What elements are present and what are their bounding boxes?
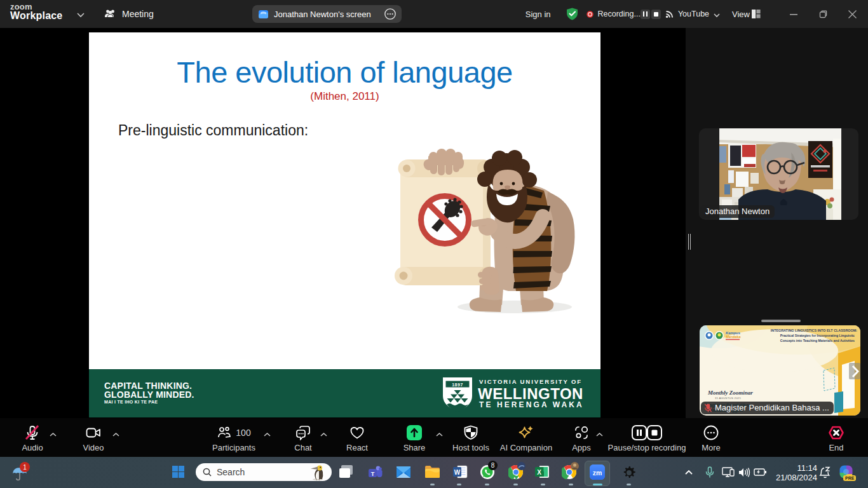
svg-text:Kampus: Kampus	[726, 331, 741, 335]
svg-text:T: T	[371, 471, 375, 477]
svg-text:X: X	[537, 469, 541, 476]
svg-text:W: W	[454, 469, 461, 476]
svg-text:1897: 1897	[452, 383, 463, 387]
svg-text:zm: zm	[593, 469, 602, 477]
svg-text:Practical Strategies for Incor: Practical Strategies for Incorporating L…	[780, 334, 855, 337]
svg-text:31 AGUSTUS 2021: 31 AGUSTUS 2021	[715, 396, 741, 400]
svg-text:Merdeka: Merdeka	[726, 335, 741, 339]
svg-text:INTEGRATING LINGUISTICS INTO E: INTEGRATING LINGUISTICS INTO ELT CLASSRO…	[771, 329, 857, 332]
svg-text:Monthly Zoominar: Monthly Zoominar	[707, 390, 753, 396]
svg-text:Concepts into Teaching Materia: Concepts into Teaching Materials and Act…	[780, 339, 855, 342]
